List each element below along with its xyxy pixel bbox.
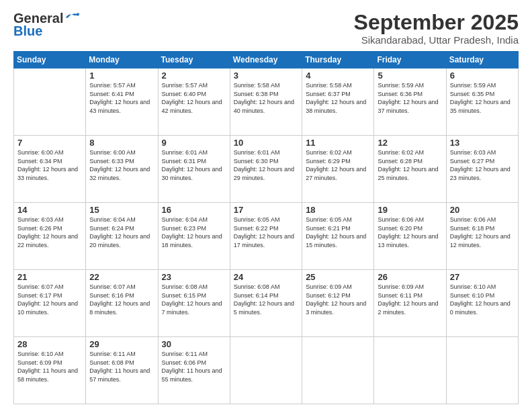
table-row: 29Sunrise: 6:11 AMSunset: 6:08 PMDayligh…	[86, 337, 158, 404]
day-number: 18	[306, 205, 370, 215]
week-row-0: 1Sunrise: 5:57 AMSunset: 6:41 PMDaylight…	[14, 68, 519, 136]
table-row	[374, 337, 446, 404]
day-detail: Sunrise: 6:11 AMSunset: 6:06 PMDaylight:…	[162, 350, 226, 383]
day-detail: Sunrise: 5:57 AMSunset: 6:40 PMDaylight:…	[162, 81, 226, 115]
table-row	[14, 68, 86, 136]
week-row-2: 14Sunrise: 6:03 AMSunset: 6:26 PMDayligh…	[14, 203, 519, 270]
day-number: 19	[378, 205, 442, 215]
table-row	[302, 337, 374, 404]
table-row: 14Sunrise: 6:03 AMSunset: 6:26 PMDayligh…	[14, 203, 86, 270]
table-row: 2Sunrise: 5:57 AMSunset: 6:40 PMDaylight…	[158, 68, 230, 136]
day-number: 13	[450, 138, 515, 148]
table-row: 19Sunrise: 6:06 AMSunset: 6:20 PMDayligh…	[374, 203, 446, 270]
day-detail: Sunrise: 6:00 AMSunset: 6:33 PMDaylight:…	[89, 148, 154, 182]
day-number: 8	[89, 138, 154, 148]
table-row: 1Sunrise: 5:57 AMSunset: 6:41 PMDaylight…	[86, 68, 158, 136]
calendar-page: General Blue September 2025 Sikandarabad…	[0, 0, 532, 411]
table-row: 9Sunrise: 6:01 AMSunset: 6:31 PMDaylight…	[158, 136, 230, 203]
table-row	[230, 337, 302, 404]
day-detail: Sunrise: 5:59 AMSunset: 6:35 PMDaylight:…	[450, 81, 515, 115]
day-number: 27	[450, 272, 515, 282]
table-row: 5Sunrise: 5:59 AMSunset: 6:36 PMDaylight…	[374, 68, 446, 136]
table-row: 23Sunrise: 6:08 AMSunset: 6:15 PMDayligh…	[158, 270, 230, 337]
day-number: 25	[306, 272, 370, 282]
day-number: 21	[17, 272, 82, 282]
logo-blue: Blue	[13, 24, 42, 39]
day-detail: Sunrise: 6:06 AMSunset: 6:20 PMDaylight:…	[378, 216, 442, 249]
month-title: September 2025	[354, 11, 519, 34]
table-row: 21Sunrise: 6:07 AMSunset: 6:17 PMDayligh…	[14, 270, 86, 337]
title-block: September 2025 Sikandarabad, Uttar Prade…	[354, 11, 519, 46]
header-friday: Friday	[374, 52, 446, 68]
day-number: 24	[234, 272, 298, 282]
day-detail: Sunrise: 6:05 AMSunset: 6:22 PMDaylight:…	[234, 216, 298, 249]
day-detail: Sunrise: 6:10 AMSunset: 6:09 PMDaylight:…	[17, 350, 82, 383]
day-detail: Sunrise: 5:58 AMSunset: 6:38 PMDaylight:…	[234, 81, 298, 115]
day-detail: Sunrise: 6:06 AMSunset: 6:18 PMDaylight:…	[450, 216, 515, 249]
table-row: 15Sunrise: 6:04 AMSunset: 6:24 PMDayligh…	[86, 203, 158, 270]
table-row: 26Sunrise: 6:09 AMSunset: 6:11 PMDayligh…	[374, 270, 446, 337]
day-detail: Sunrise: 6:04 AMSunset: 6:23 PMDaylight:…	[162, 216, 226, 249]
table-row: 7Sunrise: 6:00 AMSunset: 6:34 PMDaylight…	[14, 136, 86, 203]
table-row: 3Sunrise: 5:58 AMSunset: 6:38 PMDaylight…	[230, 68, 302, 136]
logo-bird-icon	[64, 12, 79, 23]
table-row: 25Sunrise: 6:09 AMSunset: 6:12 PMDayligh…	[302, 270, 374, 337]
table-row: 4Sunrise: 5:58 AMSunset: 6:37 PMDaylight…	[302, 68, 374, 136]
table-row: 18Sunrise: 6:05 AMSunset: 6:21 PMDayligh…	[302, 203, 374, 270]
day-detail: Sunrise: 6:01 AMSunset: 6:31 PMDaylight:…	[162, 148, 226, 182]
table-row: 16Sunrise: 6:04 AMSunset: 6:23 PMDayligh…	[158, 203, 230, 270]
table-row: 12Sunrise: 6:02 AMSunset: 6:28 PMDayligh…	[374, 136, 446, 203]
day-detail: Sunrise: 6:02 AMSunset: 6:28 PMDaylight:…	[378, 148, 442, 182]
table-row: 13Sunrise: 6:03 AMSunset: 6:27 PMDayligh…	[446, 136, 518, 203]
table-row	[446, 337, 518, 404]
day-detail: Sunrise: 6:08 AMSunset: 6:15 PMDaylight:…	[162, 283, 226, 316]
table-row: 8Sunrise: 6:00 AMSunset: 6:33 PMDaylight…	[86, 136, 158, 203]
table-row: 30Sunrise: 6:11 AMSunset: 6:06 PMDayligh…	[158, 337, 230, 404]
day-number: 12	[378, 138, 442, 148]
day-number: 28	[17, 339, 82, 349]
header-saturday: Saturday	[446, 52, 518, 68]
table-row: 24Sunrise: 6:08 AMSunset: 6:14 PMDayligh…	[230, 270, 302, 337]
day-number: 11	[306, 138, 370, 148]
day-number: 4	[306, 71, 370, 81]
header-tuesday: Tuesday	[158, 52, 230, 68]
day-number: 5	[378, 71, 442, 81]
week-row-4: 28Sunrise: 6:10 AMSunset: 6:09 PMDayligh…	[14, 337, 519, 404]
day-detail: Sunrise: 6:03 AMSunset: 6:26 PMDaylight:…	[17, 216, 82, 249]
page-header: General Blue September 2025 Sikandarabad…	[13, 11, 519, 46]
table-row: 28Sunrise: 6:10 AMSunset: 6:09 PMDayligh…	[14, 337, 86, 404]
day-detail: Sunrise: 6:01 AMSunset: 6:30 PMDaylight:…	[234, 148, 298, 182]
day-number: 30	[162, 339, 226, 349]
day-number: 20	[450, 205, 515, 215]
day-number: 10	[234, 138, 298, 148]
calendar-table: Sunday Monday Tuesday Wednesday Thursday…	[13, 51, 519, 404]
table-row: 17Sunrise: 6:05 AMSunset: 6:22 PMDayligh…	[230, 203, 302, 270]
day-number: 16	[162, 205, 226, 215]
day-number: 22	[89, 272, 154, 282]
day-detail: Sunrise: 6:05 AMSunset: 6:21 PMDaylight:…	[306, 216, 370, 249]
week-row-1: 7Sunrise: 6:00 AMSunset: 6:34 PMDaylight…	[14, 136, 519, 203]
table-row: 10Sunrise: 6:01 AMSunset: 6:30 PMDayligh…	[230, 136, 302, 203]
day-number: 17	[234, 205, 298, 215]
day-number: 6	[450, 71, 515, 81]
day-number: 14	[17, 205, 82, 215]
day-number: 29	[89, 339, 154, 349]
day-detail: Sunrise: 6:10 AMSunset: 6:10 PMDaylight:…	[450, 283, 515, 316]
logo: General Blue	[13, 11, 79, 39]
day-number: 2	[162, 71, 226, 81]
table-row: 22Sunrise: 6:07 AMSunset: 6:16 PMDayligh…	[86, 270, 158, 337]
day-detail: Sunrise: 6:08 AMSunset: 6:14 PMDaylight:…	[234, 283, 298, 316]
day-number: 15	[89, 205, 154, 215]
day-detail: Sunrise: 6:11 AMSunset: 6:08 PMDaylight:…	[89, 350, 154, 383]
day-detail: Sunrise: 6:00 AMSunset: 6:34 PMDaylight:…	[17, 148, 82, 182]
day-detail: Sunrise: 6:09 AMSunset: 6:11 PMDaylight:…	[378, 283, 442, 316]
header-sunday: Sunday	[14, 52, 86, 68]
day-detail: Sunrise: 6:03 AMSunset: 6:27 PMDaylight:…	[450, 148, 515, 182]
table-row: 20Sunrise: 6:06 AMSunset: 6:18 PMDayligh…	[446, 203, 518, 270]
header-wednesday: Wednesday	[230, 52, 302, 68]
day-detail: Sunrise: 5:57 AMSunset: 6:41 PMDaylight:…	[89, 81, 154, 115]
table-row: 6Sunrise: 5:59 AMSunset: 6:35 PMDaylight…	[446, 68, 518, 136]
day-number: 9	[162, 138, 226, 148]
day-detail: Sunrise: 6:04 AMSunset: 6:24 PMDaylight:…	[89, 216, 154, 249]
header-thursday: Thursday	[302, 52, 374, 68]
